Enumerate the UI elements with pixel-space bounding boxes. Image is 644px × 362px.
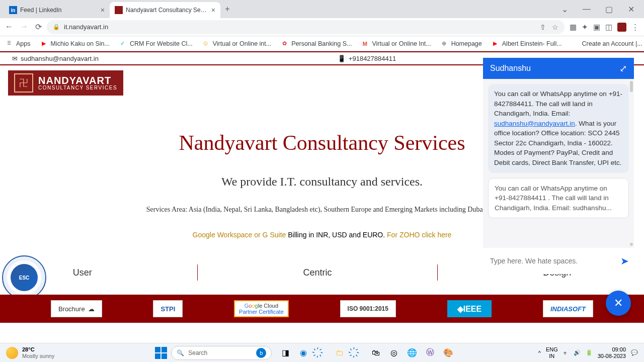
tab-title: Feed | LinkedIn <box>20 7 98 14</box>
brand-logo[interactable]: 卍 NANDYAVART CONSULTANCY SERVICES <box>8 70 123 96</box>
clock[interactable]: 09:00 30-08-2023 <box>598 346 626 358</box>
edge-icon[interactable]: ҉ <box>351 346 364 359</box>
bookmark-item[interactable]: Create an Account |... <box>571 40 642 48</box>
edge-icon[interactable]: ҉ <box>315 346 328 359</box>
weather-widget[interactable]: 28°C Mostly sunny <box>6 346 54 358</box>
new-tab-button[interactable]: + <box>220 2 234 16</box>
address-bar[interactable]: 🔒 it.nandyavart.in ⇧ ☆ <box>47 20 565 34</box>
cast-icon[interactable]: ▣ <box>593 23 600 32</box>
chevron-down-icon[interactable]: ⌄ <box>555 2 574 17</box>
triad-word: Centric <box>303 267 332 278</box>
tab-close-icon[interactable]: × <box>101 6 105 14</box>
browser-toolbar: ← → ⟳ 🔒 it.nandyavart.in ⇧ ☆ ▦ ✦ ▣ ◫ ⋮ <box>0 18 644 36</box>
menu-icon[interactable]: ⋮ <box>631 23 639 32</box>
send-icon[interactable]: ➤ <box>620 255 629 267</box>
chat-fab-close[interactable]: ✕ <box>606 291 631 316</box>
explorer-icon[interactable]: 🗀 <box>333 346 346 359</box>
indiasoft-badge: INDIASOFT <box>543 300 593 317</box>
task-view-icon[interactable]: ◨ <box>279 346 292 359</box>
url-text: it.nandyavart.in <box>64 23 108 31</box>
tab-close-icon[interactable]: × <box>211 6 215 14</box>
minimize-icon[interactable]: — <box>578 2 596 17</box>
extension-icon[interactable]: ▦ <box>570 23 577 32</box>
contact-email[interactable]: ✉ sudhanshu@nandyavart.in <box>12 55 99 62</box>
crm-icon: ✓ <box>119 40 127 48</box>
chat-header[interactable]: Sudhanshu ⤡ <box>483 58 634 79</box>
bookmarks-bar: ⠿Apps ▶Michio Kaku on Sin... ✓CRM For We… <box>0 36 644 51</box>
reload-icon[interactable]: ⟳ <box>35 22 42 32</box>
chat-input[interactable] <box>490 257 615 265</box>
bookmark-item[interactable]: MVirtual or Online Int... <box>361 40 431 48</box>
language-indicator[interactable]: ENG IN <box>546 346 558 358</box>
app-icon[interactable]: ◉ <box>297 346 310 359</box>
back-icon[interactable]: ← <box>5 22 13 32</box>
collapse-icon[interactable]: ⤡ <box>618 65 629 72</box>
chat-title: Sudhanshu <box>490 64 531 73</box>
bookmark-item[interactable]: ⊙Virtual or Online int... <box>202 40 272 48</box>
maximize-icon[interactable]: ▢ <box>600 2 618 17</box>
tray-overflow-icon[interactable]: ^ <box>538 350 541 356</box>
puzzle-icon[interactable]: ✦ <box>582 23 588 32</box>
forward-icon[interactable]: → <box>20 22 28 32</box>
email-link[interactable]: sudhanshu@nandyavart.in <box>494 120 575 127</box>
chrome-icon[interactable]: ◎ <box>387 346 400 359</box>
billing-text: Billing in INR, USD and EURO. <box>286 231 387 239</box>
bookmark-item[interactable]: ✿Personal Banking S... <box>280 40 352 48</box>
close-window-icon[interactable]: ✕ <box>622 2 640 17</box>
ieee-badge: ◈IEEE <box>447 300 492 317</box>
contact-phone[interactable]: 📱 +918427884411 <box>338 55 396 62</box>
profile-icon[interactable] <box>617 23 626 32</box>
sun-icon <box>6 347 18 359</box>
paint-icon[interactable]: 🎨 <box>442 346 455 359</box>
system-tray: ^ ENG IN ᯤ 🔊 🔋 09:00 30-08-2023 💬 <box>538 346 638 358</box>
zoho-link[interactable]: For ZOHO click here <box>387 231 451 239</box>
apps-icon: ⠿ <box>5 40 13 48</box>
home-icon: ⊕ <box>440 40 448 48</box>
battery-icon[interactable]: 🔋 <box>586 349 593 356</box>
temperature: 28°C <box>22 346 54 352</box>
bookmark-apps[interactable]: ⠿Apps <box>5 40 31 48</box>
scrollbar-thumb[interactable] <box>630 81 633 92</box>
share-icon[interactable]: ⇧ <box>540 23 546 31</box>
tab-linkedin[interactable]: in Feed | LinkedIn × <box>4 2 110 18</box>
linkedin-favicon: in <box>9 6 17 14</box>
bookmark-item[interactable]: ▶Albert Einstein- Full... <box>491 40 562 48</box>
nav-controls: ← → ⟳ <box>5 22 42 32</box>
triad-word: User <box>73 267 92 278</box>
youtube-icon: ▶ <box>491 40 499 48</box>
iso-badge: ISO 9001:2015 <box>340 300 396 317</box>
bank-icon: ✿ <box>280 40 288 48</box>
envelope-icon: ✉ <box>12 55 18 62</box>
taskbar-center: 🔍 Search b ◨ ◉ ҉ 🗀 ҉ 🛍 ◎ 🌐 Ⓦ 🎨 <box>155 346 455 360</box>
weather-condition: Mostly sunny <box>22 353 54 359</box>
star-icon[interactable]: ☆ <box>552 23 558 31</box>
start-button[interactable] <box>155 347 167 359</box>
app-icon[interactable]: Ⓦ <box>424 346 437 359</box>
browser-tab-strip: in Feed | LinkedIn × Nandyavart Consulta… <box>0 0 644 18</box>
notification-icon[interactable]: 💬 <box>631 349 638 356</box>
app-icon[interactable]: 🌐 <box>406 346 419 359</box>
lock-icon: 🔒 <box>53 24 60 30</box>
bookmark-item[interactable]: ▶Michio Kaku on Sin... <box>40 40 110 48</box>
stpi-badge: STPI <box>153 300 183 317</box>
wifi-icon[interactable]: ᯤ <box>563 350 569 356</box>
vertical-divider <box>437 264 438 281</box>
esc-badge: ESC <box>2 255 46 300</box>
gcloud-title: Google Google CloudCloud <box>245 303 278 309</box>
gcloud-badge: Google Google CloudCloud Partner Certifi… <box>234 300 289 317</box>
bookmark-item[interactable]: ✓CRM For Website Cl... <box>119 40 193 48</box>
tab-nandyavart[interactable]: Nandyavart Consultancy Services × <box>110 2 220 18</box>
chat-message-suggestion[interactable]: You can call or WhatsApp anytime on +91-… <box>488 178 629 219</box>
vertical-divider <box>197 264 198 281</box>
taskbar-pinned: ◨ ◉ ҉ 🗀 ҉ 🛍 ◎ 🌐 Ⓦ 🎨 <box>279 346 455 359</box>
scrollbar-thumb[interactable] <box>630 243 633 246</box>
bookmark-item[interactable]: ⊕Homepage <box>440 40 482 48</box>
sidepanel-icon[interactable]: ◫ <box>605 23 612 32</box>
gsuite-link[interactable]: Google Workspace or G Suite <box>193 231 286 239</box>
brochure-badge[interactable]: Brochure ☁ <box>51 300 102 317</box>
store-icon[interactable]: 🛍 <box>369 346 382 359</box>
taskbar-search[interactable]: 🔍 Search b <box>171 346 272 360</box>
gmail-icon: M <box>361 40 369 48</box>
tab-title: Nandyavart Consultancy Services <box>126 7 208 14</box>
volume-icon[interactable]: 🔊 <box>574 349 581 356</box>
